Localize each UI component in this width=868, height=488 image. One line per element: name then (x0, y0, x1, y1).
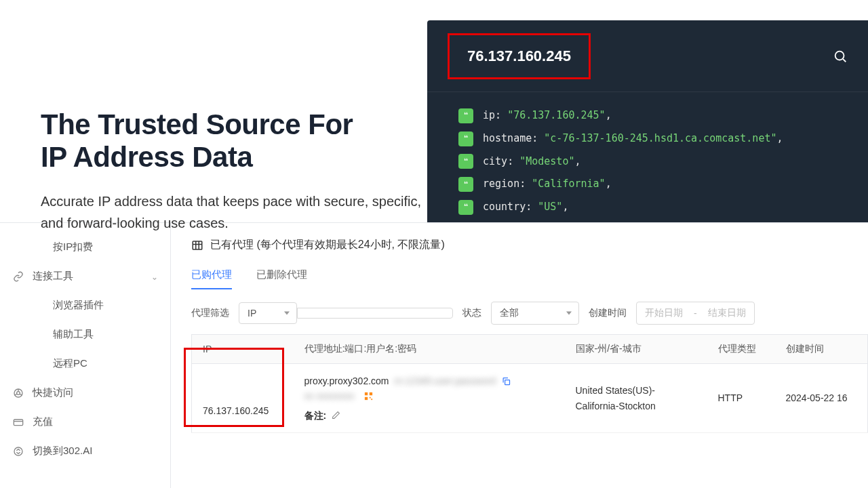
svg-rect-14 (505, 380, 510, 384)
quote-icon: ❝ (458, 108, 473, 123)
edit-icon[interactable] (332, 411, 340, 420)
sidebar-item-remote-pc[interactable]: 远程PC (0, 349, 170, 378)
proxy-location: United States(US)-California-Stockton (565, 364, 707, 433)
create-time-label: 创建时间 (589, 307, 627, 319)
quote-icon: ❝ (458, 154, 473, 169)
json-line: ❝ country: "US", (458, 196, 848, 219)
main-content: 已有代理 (每个代理有效期最长24小时, 不限流量) 已购代理 已删除代理 代理… (171, 223, 868, 488)
proxy-address-line2-blurred: xx xxxxxxxx (304, 388, 355, 403)
ip-json-output: ❝ ip: "76.137.160.245", ❝ hostname: "c-7… (427, 92, 868, 219)
json-line: ❝ region: "California", (458, 173, 848, 196)
proxy-created: 2024-05-22 16 (775, 364, 868, 433)
tab-deleted[interactable]: 已删除代理 (256, 268, 307, 289)
link-icon (12, 270, 24, 283)
search-icon[interactable] (833, 49, 848, 64)
json-line: ❝ hostname: "c-76-137-160-245.hsd1.ca.co… (458, 127, 848, 150)
proxy-filter-select[interactable]: IP (239, 302, 297, 324)
svg-point-3 (17, 391, 20, 394)
svg-line-5 (15, 394, 17, 395)
table-icon (191, 239, 203, 251)
ip-lookup-panel: 76.137.160.245 ❝ ip: "76.137.160.245", ❝… (427, 20, 868, 222)
sidebar-item-connect-tools[interactable]: 连接工具 ⌃ (0, 262, 170, 291)
svg-rect-7 (14, 420, 22, 426)
proxy-address-visible: proxy.proxy302.com (304, 373, 389, 388)
date-end-placeholder: 结束日期 (708, 307, 746, 319)
json-line: ❝ ip: "76.137.160.245", (458, 104, 848, 127)
svg-rect-10 (193, 241, 202, 249)
sidebar: 按IP扣费 连接工具 ⌃ 浏览器插件 辅助工具 远程PC 快捷访问 (0, 223, 171, 488)
table-row: 76.137.160.245 proxy.proxy302.comm:12345… (192, 364, 868, 433)
tab-purchased[interactable]: 已购代理 (191, 268, 232, 289)
svg-point-9 (14, 447, 22, 455)
proxy-table: IP 代理地址:端口:用户名:密码 国家-州/省-城市 代理类型 创建时间 76… (191, 334, 868, 433)
col-type: 代理类型 (707, 335, 775, 364)
swap-icon (12, 445, 24, 458)
status-filter-label: 状态 (462, 307, 481, 319)
ip-search-input-highlight: 76.137.160.245 (448, 33, 591, 79)
proxy-ip: 76.137.160.245 (203, 405, 269, 416)
json-line: ❝ city: "Modesto", (458, 150, 848, 174)
svg-rect-15 (365, 392, 368, 395)
svg-rect-17 (365, 397, 368, 400)
svg-line-6 (20, 394, 22, 395)
quote-icon: ❝ (458, 177, 473, 192)
sidebar-item-quick-access[interactable]: 快捷访问 (0, 378, 170, 407)
proxy-filters: 代理筛选 IP 状态 全部 创建时间 开始日期 - 结束日期 (191, 302, 868, 325)
proxy-filter-input[interactable] (297, 308, 453, 319)
proxy-list-header: 已有代理 (每个代理有效期最长24小时, 不限流量) (191, 238, 868, 252)
col-created: 创建时间 (775, 335, 868, 364)
col-country: 国家-州/省-城市 (565, 335, 707, 364)
svg-rect-18 (370, 397, 371, 399)
date-start-placeholder: 开始日期 (645, 307, 683, 319)
hero-title: The Trusted Source For IP Address Data (41, 108, 427, 174)
sidebar-item-ip-billing[interactable]: 按IP扣费 (0, 232, 170, 262)
copy-icon[interactable] (501, 376, 511, 386)
date-range-picker[interactable]: 开始日期 - 结束日期 (636, 302, 755, 325)
sidebar-item-aux-tools[interactable]: 辅助工具 (0, 320, 170, 349)
date-separator: - (694, 308, 697, 319)
proxy-type: HTTP (707, 364, 775, 433)
col-proxy-addr: 代理地址:端口:用户名:密码 (294, 335, 565, 364)
qr-icon[interactable] (363, 391, 374, 401)
svg-rect-16 (370, 392, 372, 395)
hero-section: The Trusted Source For IP Address Data A… (0, 0, 427, 222)
svg-point-0 (835, 51, 844, 60)
remark-label: 备注: (304, 408, 327, 423)
card-icon (12, 416, 24, 428)
chevron-up-icon: ⌃ (151, 272, 158, 281)
col-ip: IP (192, 335, 294, 364)
sidebar-item-browser-plugin[interactable]: 浏览器插件 (0, 291, 170, 320)
chrome-icon (12, 387, 24, 399)
proxy-address-blurred: m:12345:user:password (395, 373, 496, 388)
proxy-tabs: 已购代理 已删除代理 (191, 268, 868, 289)
sidebar-item-recharge[interactable]: 充值 (0, 407, 170, 436)
status-filter-select[interactable]: 全部 (491, 302, 579, 325)
quote-icon: ❝ (458, 200, 473, 215)
svg-line-1 (843, 59, 846, 62)
ip-search-input[interactable]: 76.137.160.245 (467, 47, 571, 64)
proxy-filter-label: 代理筛选 (191, 307, 229, 319)
sidebar-item-switch-ai[interactable]: 切换到302.AI (0, 436, 170, 466)
svg-rect-19 (372, 399, 373, 400)
quote-icon: ❝ (458, 131, 473, 146)
